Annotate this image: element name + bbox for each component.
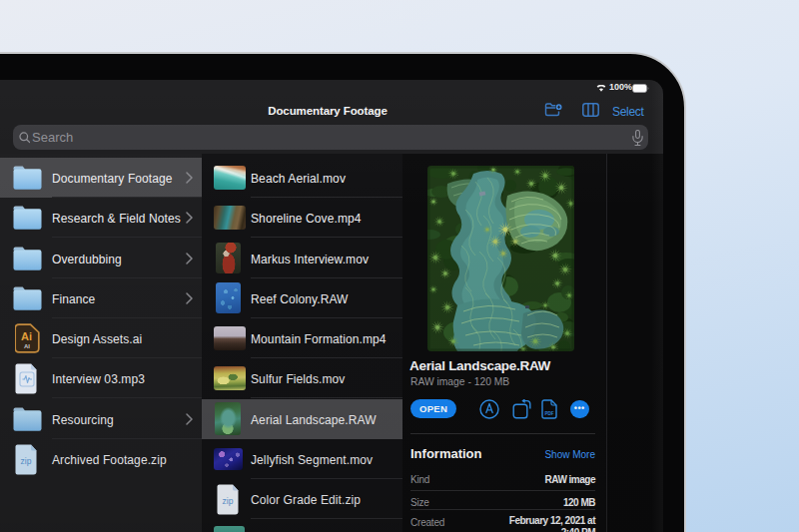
svg-text:PDF: PDF: [545, 411, 554, 416]
svg-text:zip: zip: [223, 496, 234, 506]
svg-text:AI: AI: [24, 343, 30, 349]
svg-text:Ai: Ai: [21, 330, 32, 342]
svg-text:zip: zip: [21, 456, 32, 466]
